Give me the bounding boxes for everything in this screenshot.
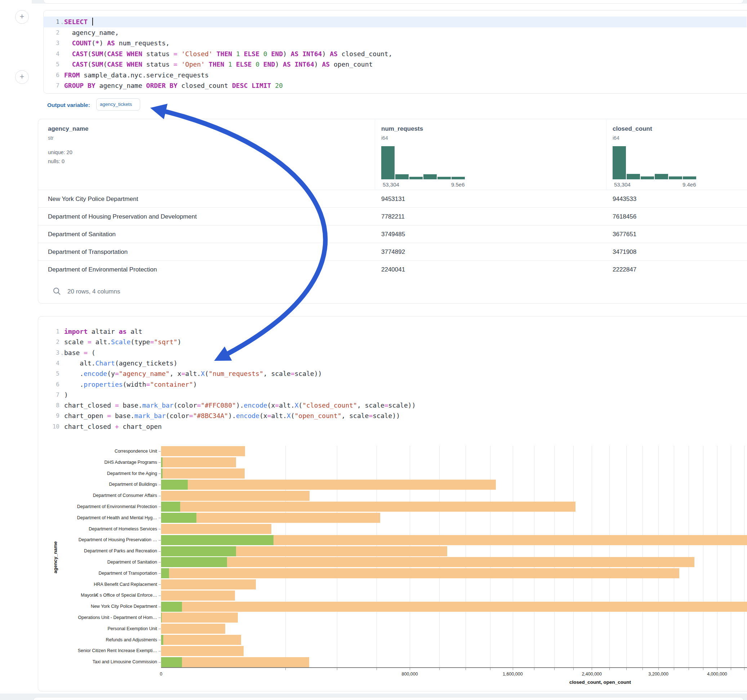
bar-closed [161, 612, 238, 623]
line-number: 3 [44, 38, 59, 48]
line-number: 4 [44, 48, 59, 59]
bar-open [161, 568, 169, 578]
sql-code-editor[interactable]: 1⌄SELECT 2 agency_name,3 COUNT(*) AS num… [44, 17, 746, 92]
code-line: 10chart_closed + chart_open [44, 421, 746, 432]
gridline [513, 446, 513, 667]
x-axis-tick [490, 668, 490, 670]
column-stat-nulls: nulls: 0 [48, 158, 65, 164]
num-requests-hist-max: 9.5e6 [451, 181, 465, 188]
y-axis-tick [159, 474, 161, 474]
cell-agency-name: New York City Police Department [48, 190, 138, 208]
code-text: .properties(width="container") [64, 379, 197, 390]
y-axis-label: Department of Housing Preservation … [38, 537, 157, 542]
histogram-bar [409, 177, 423, 180]
x-axis-tick [643, 668, 643, 670]
output-variable-pill[interactable]: agency_tickets [96, 98, 140, 110]
code-text: chart_closed + chart_open [64, 421, 162, 432]
y-axis-label: Department of Homeless Services [38, 527, 157, 531]
column-header-closed-count[interactable]: closed_count [612, 125, 652, 133]
gridline [534, 446, 534, 667]
y-axis-tick [159, 573, 161, 573]
bar-open [161, 557, 227, 567]
bar-open [161, 513, 197, 523]
y-axis-tick [159, 540, 161, 540]
x-axis-tick [626, 668, 627, 670]
closed-count-histogram [612, 146, 699, 180]
cell-closed-count: 3677651 [612, 225, 637, 243]
column-header-num-requests[interactable]: num_requests [381, 125, 423, 133]
add-cell-button-top[interactable]: + [15, 10, 29, 24]
histogram-bar [669, 177, 682, 180]
table-row[interactable]: Department of Housing Preservation and D… [38, 207, 747, 225]
y-axis-label: New York City Police Department [38, 604, 157, 609]
line-number: 2 [44, 337, 59, 347]
fold-chevron-icon[interactable]: ⌄ [61, 348, 64, 359]
table-row[interactable]: New York City Police Department945313194… [38, 190, 747, 208]
bar-open [161, 535, 274, 545]
output-variable-label: Output variable: [47, 102, 90, 109]
x-axis-tick [466, 668, 466, 670]
header-divider-1 [375, 119, 375, 189]
bar-closed [161, 635, 241, 645]
table-row[interactable]: Department of Transportation377489234719… [38, 243, 747, 261]
gridline [439, 446, 440, 667]
histogram-bar [437, 177, 451, 180]
gridline [554, 446, 555, 667]
y-axis-label: Department of Sanitation [38, 560, 157, 564]
bar-closed [161, 524, 271, 534]
line-number: 2 [44, 27, 59, 38]
bar-open [161, 602, 182, 612]
cell-num-requests: 7782211 [381, 208, 405, 225]
y-axis-tick [159, 629, 161, 629]
code-text: ) [64, 389, 68, 400]
add-cell-button-output[interactable]: + [15, 70, 29, 84]
line-number: 7 [44, 80, 59, 91]
x-axis-line [161, 667, 747, 668]
y-axis-tick [159, 562, 161, 563]
x-axis-tick [513, 668, 513, 670]
gridline [337, 446, 337, 667]
cell-agency-name: Department of Environmental Protection [48, 261, 157, 278]
x-axis-tick [731, 668, 731, 670]
line-number: 1 [44, 17, 59, 27]
code-line: 7GROUP BY agency_name ORDER BY closed_co… [44, 80, 746, 91]
table-row[interactable]: Department of Sanitation37494853677651 [38, 225, 747, 243]
bar-open [161, 457, 163, 468]
histogram-bar [381, 146, 395, 180]
bar-closed [161, 624, 225, 634]
notebook-page: + + 1⌄SELECT 2 agency_name,3 COUNT(*) AS… [0, 0, 747, 700]
y-axis-label: Department for the Aging [38, 471, 157, 476]
gridline [689, 446, 689, 667]
line-number: 8 [44, 400, 59, 411]
column-dtype-num-requests: i64 [381, 135, 388, 141]
gridline [703, 446, 703, 667]
x-axis-tick [609, 668, 610, 670]
bar-closed [161, 568, 679, 578]
table-row[interactable]: Department of Environmental Protection22… [38, 260, 747, 278]
column-header-agency-name[interactable]: agency_name [48, 125, 88, 133]
code-text: import altair as alt [64, 326, 142, 337]
histogram-bar [627, 174, 640, 180]
histogram-bar [612, 146, 626, 180]
bar-closed [161, 446, 245, 456]
y-axis-label: Department of Transportation [38, 571, 157, 576]
line-number: 3 [44, 347, 59, 358]
line-number: 5 [44, 368, 59, 379]
code-line: 7) [44, 389, 746, 400]
gridline [490, 446, 490, 667]
search-icon[interactable] [53, 287, 61, 296]
code-text: FROM sample_data.nyc.service_requests [64, 70, 209, 81]
cell-closed-count: 9443533 [612, 190, 637, 208]
cell-num-requests: 3749485 [381, 225, 405, 243]
code-line: 6 .properties(width="container") [44, 379, 746, 390]
code-text: chart_open = base.mark_bar(color="#8BC34… [64, 410, 400, 421]
bar-closed [161, 557, 694, 567]
fold-chevron-icon[interactable]: ⌄ [61, 17, 64, 28]
x-axis-tick-label: 3,200,000 [648, 671, 668, 677]
histogram-bar [423, 174, 437, 180]
code-text: SELECT [64, 17, 93, 27]
python-code-editor[interactable]: 1import altair as alt2scale = alt.Scale(… [44, 326, 746, 434]
code-line: 6FROM sample_data.nyc.service_requests [44, 70, 746, 81]
line-number: 6 [44, 379, 59, 390]
x-axis-tick-label: 1,600,000 [503, 671, 523, 677]
